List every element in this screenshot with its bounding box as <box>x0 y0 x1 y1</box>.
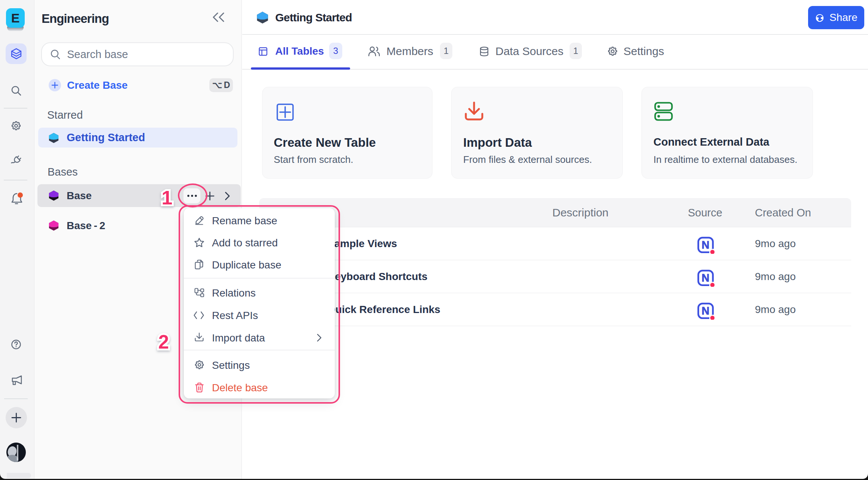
svg-text:N: N <box>702 272 710 284</box>
svg-text:1: 1 <box>162 187 173 209</box>
svg-text:N: N <box>702 305 710 317</box>
svg-text:N: N <box>702 239 710 251</box>
svg-text:2: 2 <box>158 331 169 353</box>
